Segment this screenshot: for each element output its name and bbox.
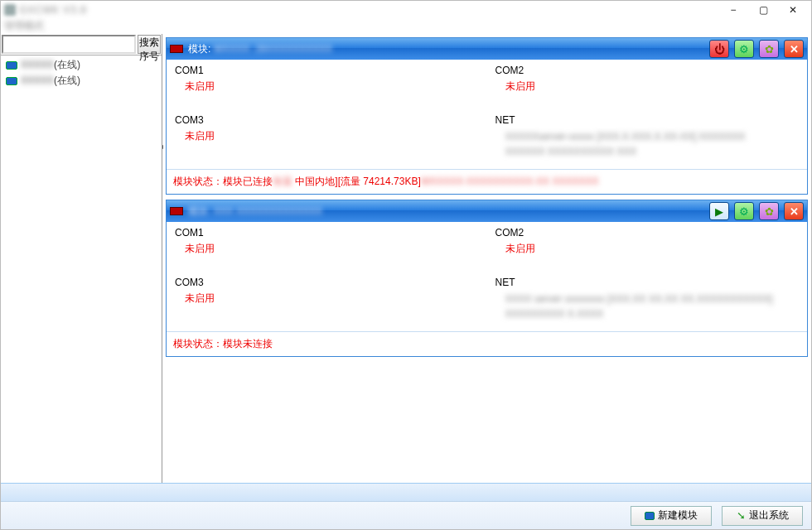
module-icon (6, 61, 17, 70)
panel-title: 模块: WXXXX: 28XXXXXXXXXX (188, 42, 332, 56)
com2-status: 未启用 (505, 80, 800, 94)
footer: 新建模块 ➘ 退出系统 (1, 501, 811, 529)
search-button[interactable]: 搜索序号 (138, 35, 161, 54)
play-button[interactable]: ▶ (709, 202, 729, 220)
status-led-icon (170, 207, 183, 215)
com1-cell: COM1 未启用 (175, 227, 479, 273)
panel-body: COM1 未启用 COM2 未启用 COM3 未启用 NET (167, 222, 807, 331)
com3-label: COM3 (175, 277, 479, 288)
com3-label: COM3 (175, 114, 479, 126)
net-label: NET (495, 114, 800, 126)
net-info: XXXXXserver-xxxxx [XXX.X.XXX.X.XX-XX] XX… (505, 129, 800, 159)
settings-button[interactable]: ⚙ (734, 40, 754, 58)
new-module-label: 新建模块 (658, 508, 698, 523)
net-cell: NET XXXX server xxxxxxxx [XXX.XX XX.XX X… (495, 277, 800, 323)
com1-cell: COM1 未启用 (175, 65, 479, 111)
tree-item-label: XXXXX(在线) (21, 74, 80, 88)
com2-label: COM2 (495, 227, 800, 238)
titlebar: GXCMK V3.8 − ▢ ✕ (1, 1, 811, 19)
tree-item[interactable]: XXXXX(在线) (1, 73, 162, 89)
statusbar (1, 483, 811, 501)
module-panel: 模块: WXXXX: 28XXXXXXXXXX ⏻ ⚙ ✿ ✕ COM1 未启用 (166, 37, 808, 195)
com1-status: 未启用 (185, 242, 479, 256)
com2-cell: COM2 未启用 (495, 65, 800, 111)
new-module-button[interactable]: 新建模块 (631, 506, 712, 526)
window-close-button[interactable]: ✕ (778, 1, 808, 19)
mode-bar: 管理模式 (1, 19, 811, 34)
app-title: GXCMK V3.8 (19, 4, 87, 16)
status-led-icon (170, 45, 183, 53)
globe-button[interactable]: ✿ (759, 202, 779, 220)
globe-button[interactable]: ✿ (759, 40, 779, 58)
panel-close-button[interactable]: ✕ (784, 40, 804, 58)
app-window: GXCMK V3.8 − ▢ ✕ 管理模式 搜索序号 XXXXX(在线) XXX… (0, 0, 812, 530)
net-info: XXXX server xxxxxxxx [XXX.XX XX.XX XX.XX… (505, 292, 800, 321)
com2-status: 未启用 (505, 242, 800, 256)
module-icon (6, 77, 17, 85)
net-cell: NET XXXXXserver-xxxxx [XXX.X.XXX.X.XX-XX… (495, 114, 800, 161)
com2-label: COM2 (495, 65, 800, 76)
com3-status: 未启用 (185, 292, 479, 306)
main-area: 模块: WXXXX: 28XXXXXXXXXX ⏻ ⚙ ✿ ✕ COM1 未启用 (162, 34, 811, 483)
panel-header: 模块: WXXXX: 28XXXXXXXXXX ⏻ ⚙ ✿ ✕ (167, 38, 807, 60)
tree-item[interactable]: XXXXX(在线) (1, 57, 162, 73)
exit-system-label: 退出系统 (749, 508, 789, 523)
panel-header: 模块: XXX XXXXXXXXXXXXX ▶ ⚙ ✿ ✕ (167, 200, 807, 222)
app-icon (4, 4, 16, 16)
window-max-button[interactable]: ▢ (748, 1, 778, 19)
com3-cell: COM3 未启用 (175, 277, 479, 323)
com3-status: 未启用 (185, 129, 479, 143)
search-row: 搜索序号 (1, 34, 162, 55)
exit-system-button[interactable]: ➘ 退出系统 (722, 506, 803, 526)
com1-status: 未启用 (185, 80, 479, 94)
com1-label: COM1 (175, 65, 479, 76)
net-label: NET (495, 277, 800, 288)
com2-cell: COM2 未启用 (495, 227, 800, 273)
sidebar: 搜索序号 XXXXX(在线) XXXXX(在线) (1, 34, 162, 483)
search-input[interactable] (2, 35, 136, 54)
module-tree[interactable]: XXXXX(在线) XXXXX(在线) (1, 55, 162, 483)
module-panel: 模块: XXX XXXXXXXXXXXXX ▶ ⚙ ✿ ✕ COM1 未启用 (166, 200, 808, 357)
settings-button[interactable]: ⚙ (734, 202, 754, 220)
tree-item-label: XXXXX(在线) (21, 58, 80, 72)
com1-label: COM1 (175, 227, 479, 238)
com3-cell: COM3 未启用 (175, 114, 479, 161)
power-button[interactable]: ⏻ (709, 40, 729, 58)
panel-close-button[interactable]: ✕ (784, 202, 804, 220)
mode-label: 管理模式 (4, 20, 44, 31)
panel-status: 模块状态：模块已连接张某 中国内地][流量 74214.73KB]WXXXXX-… (167, 169, 807, 194)
panel-title: 模块: XXX XXXXXXXXXXXXX (188, 205, 322, 219)
exit-icon: ➘ (737, 509, 746, 522)
panel-status: 模块状态：模块未连接 (167, 331, 807, 356)
panel-body: COM1 未启用 COM2 未启用 COM3 未启用 NET (167, 60, 807, 169)
window-min-button[interactable]: − (718, 1, 748, 19)
module-icon (645, 512, 655, 520)
